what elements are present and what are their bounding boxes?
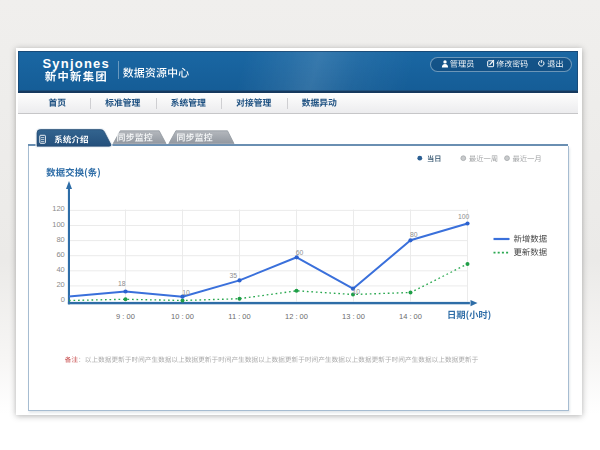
svg-text:60: 60: [296, 249, 304, 256]
svg-text:11 : 00: 11 : 00: [228, 312, 250, 321]
svg-text:10: 10: [353, 288, 361, 295]
svg-text:60: 60: [56, 250, 64, 259]
svg-text:13 : 00: 13 : 00: [342, 312, 365, 321]
svg-text:10: 10: [182, 289, 190, 296]
svg-text:Synjones: Synjones: [43, 56, 110, 71]
svg-text:12 : 00: 12 : 00: [285, 312, 308, 321]
svg-text:35: 35: [230, 272, 238, 279]
svg-text:120: 120: [52, 204, 65, 213]
svg-text:9 : 00: 9 : 00: [116, 312, 135, 321]
svg-text:80: 80: [410, 231, 418, 238]
svg-text:18: 18: [118, 280, 126, 287]
svg-text:40: 40: [56, 265, 64, 274]
svg-text:10 : 00: 10 : 00: [171, 312, 194, 321]
svg-text:80: 80: [56, 235, 64, 244]
svg-text:0: 0: [61, 295, 65, 304]
svg-text:100: 100: [52, 220, 65, 229]
svg-text:20: 20: [56, 280, 64, 289]
svg-text:100: 100: [458, 213, 470, 220]
svg-text:14 : 00: 14 : 00: [399, 312, 422, 321]
